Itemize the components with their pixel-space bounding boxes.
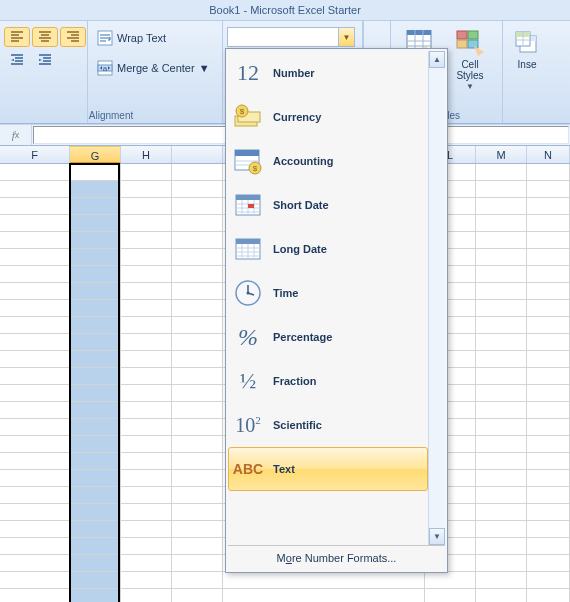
cell[interactable] [527, 538, 570, 555]
cell[interactable] [70, 334, 121, 351]
cell[interactable] [172, 215, 223, 232]
cell[interactable] [70, 521, 121, 538]
cell[interactable] [172, 436, 223, 453]
cell[interactable] [121, 385, 172, 402]
column-header[interactable]: G [70, 146, 121, 163]
increase-indent-button[interactable] [32, 50, 58, 70]
cell[interactable] [527, 436, 570, 453]
cell[interactable] [0, 317, 70, 334]
cell[interactable] [527, 487, 570, 504]
cell[interactable] [172, 300, 223, 317]
cell[interactable] [223, 589, 425, 602]
scroll-up-button[interactable]: ▲ [429, 51, 445, 68]
number-format-item-long-date[interactable]: Long Date [228, 227, 428, 271]
column-header[interactable]: F [0, 146, 70, 163]
cell[interactable] [70, 164, 121, 181]
cell[interactable] [121, 249, 172, 266]
cell[interactable] [0, 453, 70, 470]
cell[interactable] [527, 453, 570, 470]
cell[interactable] [70, 266, 121, 283]
cell[interactable] [527, 402, 570, 419]
cell[interactable] [0, 521, 70, 538]
cell[interactable] [70, 300, 121, 317]
cell[interactable] [476, 249, 527, 266]
cell[interactable] [121, 555, 172, 572]
cell[interactable] [121, 198, 172, 215]
insert-button[interactable]: Inse [507, 25, 547, 71]
cell[interactable] [476, 266, 527, 283]
cell[interactable] [476, 453, 527, 470]
cell[interactable] [476, 589, 527, 602]
cell[interactable] [172, 317, 223, 334]
cell[interactable] [172, 334, 223, 351]
cell[interactable] [121, 470, 172, 487]
cell[interactable] [425, 572, 476, 589]
cell[interactable] [70, 215, 121, 232]
cell[interactable] [121, 402, 172, 419]
cell[interactable] [476, 470, 527, 487]
cell[interactable] [70, 368, 121, 385]
cell[interactable] [172, 470, 223, 487]
cell[interactable] [121, 300, 172, 317]
cell[interactable] [527, 555, 570, 572]
cell[interactable] [476, 300, 527, 317]
cell[interactable] [172, 249, 223, 266]
cell[interactable] [70, 589, 121, 602]
number-format-dropdown-button[interactable]: ▼ [338, 28, 354, 46]
cell[interactable] [121, 589, 172, 602]
cell[interactable] [121, 436, 172, 453]
cell[interactable] [527, 164, 570, 181]
cell[interactable] [476, 198, 527, 215]
cell[interactable] [121, 368, 172, 385]
number-format-item-text[interactable]: ABCText [228, 447, 428, 491]
cell[interactable] [527, 368, 570, 385]
number-format-item-number[interactable]: 12Number [228, 51, 428, 95]
cell[interactable] [476, 538, 527, 555]
number-format-item-time[interactable]: Time [228, 271, 428, 315]
cell[interactable] [121, 538, 172, 555]
cell[interactable] [121, 504, 172, 521]
cell[interactable] [0, 215, 70, 232]
scrollbar[interactable]: ▲ ▼ [428, 51, 445, 545]
cell[interactable] [476, 436, 527, 453]
cell[interactable] [476, 555, 527, 572]
wrap-text-button[interactable]: Wrap Text [92, 27, 218, 49]
cell[interactable] [476, 521, 527, 538]
cell[interactable] [0, 538, 70, 555]
cell[interactable] [70, 385, 121, 402]
cell[interactable] [121, 215, 172, 232]
cell[interactable] [70, 198, 121, 215]
align-bottom-button[interactable] [60, 27, 86, 47]
decrease-indent-button[interactable] [4, 50, 30, 70]
cell[interactable] [223, 572, 425, 589]
cell[interactable] [172, 198, 223, 215]
cell[interactable] [172, 419, 223, 436]
cell[interactable] [70, 181, 121, 198]
number-format-item-percentage[interactable]: %Percentage [228, 315, 428, 359]
cell[interactable] [0, 436, 70, 453]
cell-styles-button[interactable]: Cell Styles ▼ [445, 25, 495, 123]
cell[interactable] [70, 351, 121, 368]
cell[interactable] [0, 181, 70, 198]
cell[interactable] [476, 385, 527, 402]
merge-center-button[interactable]: a Merge & Center ▼ [92, 57, 218, 79]
cell[interactable] [172, 232, 223, 249]
cell[interactable] [476, 572, 527, 589]
column-header[interactable]: M [476, 146, 527, 163]
cell[interactable] [527, 215, 570, 232]
cell[interactable] [70, 555, 121, 572]
cell[interactable] [0, 402, 70, 419]
cell[interactable] [527, 249, 570, 266]
align-middle-button[interactable] [32, 27, 58, 47]
cell[interactable] [527, 317, 570, 334]
cell[interactable] [527, 198, 570, 215]
cell[interactable] [476, 283, 527, 300]
cell[interactable] [121, 164, 172, 181]
cell[interactable] [172, 164, 223, 181]
scroll-down-button[interactable]: ▼ [429, 528, 445, 545]
cell[interactable] [0, 198, 70, 215]
cell[interactable] [476, 317, 527, 334]
fx-icon[interactable]: fx [0, 125, 32, 145]
cell[interactable] [70, 419, 121, 436]
cell[interactable] [527, 589, 570, 602]
